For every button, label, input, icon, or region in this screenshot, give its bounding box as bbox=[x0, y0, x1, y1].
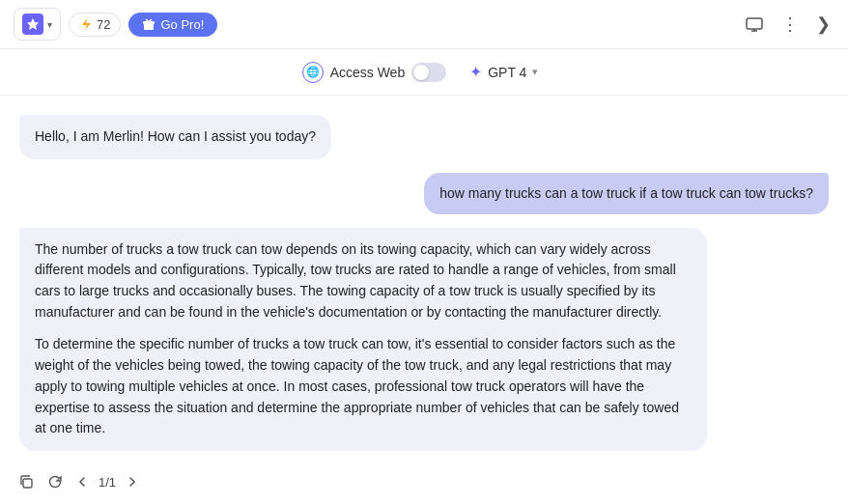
bolt-count: 72 bbox=[97, 17, 110, 32]
access-web-label: Access Web bbox=[330, 65, 406, 80]
copy-icon bbox=[18, 474, 34, 490]
user-message: how many trucks can a tow truck if a tow… bbox=[424, 173, 829, 214]
gpt-selector-button[interactable]: ✦ GPT 4 ▾ bbox=[462, 59, 546, 85]
user-bubble: how many trucks can a tow truck if a tow… bbox=[424, 173, 829, 214]
bot-reply-p2: To determine the specific number of truc… bbox=[35, 334, 692, 438]
user-message-text: how many trucks can a tow truck if a tow… bbox=[439, 185, 813, 201]
svg-rect-1 bbox=[143, 21, 155, 24]
refresh-button[interactable] bbox=[44, 471, 66, 492]
chevron-left-icon bbox=[76, 476, 88, 488]
svg-rect-0 bbox=[144, 23, 154, 30]
access-web-control: 🌐 Access Web bbox=[302, 62, 447, 83]
chevron-right-icon bbox=[127, 476, 138, 488]
page-indicator: 1/1 bbox=[99, 475, 116, 490]
bot-greeting-bubble: Hello, I am Merlin! How can I assist you… bbox=[19, 115, 331, 159]
gpt-chevron-icon: ▾ bbox=[532, 66, 538, 78]
go-pro-button[interactable]: Go Pro! bbox=[128, 13, 217, 37]
bot-reply-message: The number of trucks a tow truck can tow… bbox=[19, 228, 707, 451]
sparkle-icon: ✦ bbox=[469, 63, 482, 81]
top-bar-right: ⋮ ❯ bbox=[741, 10, 834, 39]
gift-icon bbox=[142, 17, 155, 31]
www-icon: 🌐 bbox=[302, 62, 324, 83]
dots-icon: ⋮ bbox=[781, 14, 799, 35]
logo-chevron-icon: ▾ bbox=[47, 19, 52, 30]
forward-button[interactable]: ❯ bbox=[812, 10, 834, 39]
logo-button[interactable]: ▾ bbox=[14, 8, 61, 41]
svg-rect-3 bbox=[23, 479, 32, 488]
chevron-right-icon: ❯ bbox=[816, 14, 831, 35]
gpt-label: GPT 4 bbox=[488, 65, 526, 80]
go-pro-label: Go Pro! bbox=[160, 17, 204, 32]
chat-area: Hello, I am Merlin! How can I assist you… bbox=[0, 96, 848, 463]
top-bar-left: ▾ 72 Go Pro! bbox=[14, 8, 217, 41]
prev-page-button[interactable] bbox=[73, 473, 91, 490]
more-options-button[interactable]: ⋮ bbox=[777, 10, 803, 39]
merlin-logo-icon bbox=[22, 14, 43, 35]
refresh-icon bbox=[47, 474, 63, 490]
top-bar: ▾ 72 Go Pro! ⋮ bbox=[0, 0, 848, 49]
bolt-count-badge[interactable]: 72 bbox=[69, 13, 121, 37]
pagination-bar: 1/1 bbox=[0, 463, 848, 504]
screen-icon-button[interactable] bbox=[741, 11, 768, 38]
svg-rect-2 bbox=[747, 18, 762, 29]
toolbar: 🌐 Access Web ✦ GPT 4 ▾ bbox=[0, 49, 848, 96]
bot-reply-p1: The number of trucks a tow truck can tow… bbox=[35, 239, 692, 323]
bot-greeting-message: Hello, I am Merlin! How can I assist you… bbox=[19, 115, 331, 159]
bot-reply-bubble: The number of trucks a tow truck can tow… bbox=[19, 228, 707, 451]
access-web-toggle[interactable] bbox=[411, 63, 446, 82]
bolt-icon bbox=[79, 17, 93, 31]
copy-button[interactable] bbox=[15, 471, 37, 492]
next-page-button[interactable] bbox=[124, 473, 141, 490]
screen-icon bbox=[745, 14, 764, 34]
bot-greeting-text: Hello, I am Merlin! How can I assist you… bbox=[35, 128, 316, 144]
